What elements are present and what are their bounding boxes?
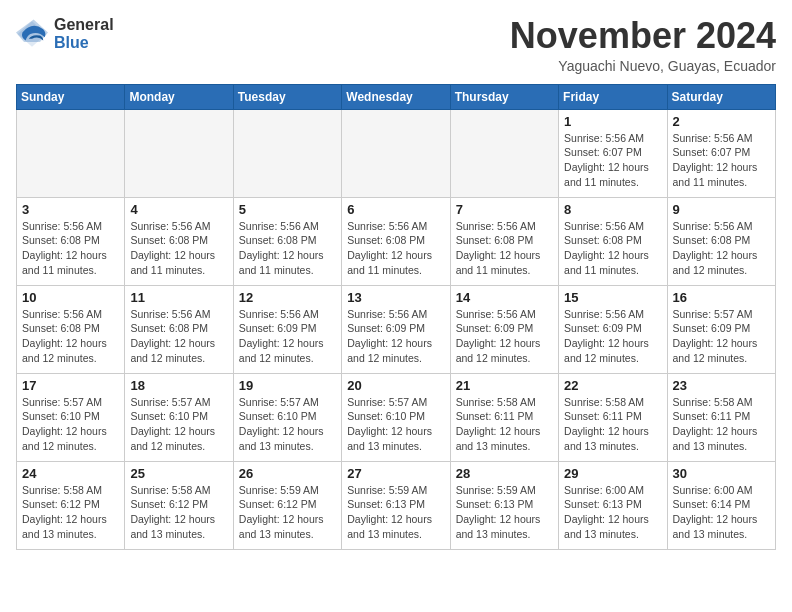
day-info: Sunrise: 5:56 AM Sunset: 6:08 PM Dayligh… xyxy=(456,219,553,278)
day-cell-20: 20Sunrise: 5:57 AM Sunset: 6:10 PM Dayli… xyxy=(342,373,450,461)
day-number: 1 xyxy=(564,114,661,129)
day-cell-19: 19Sunrise: 5:57 AM Sunset: 6:10 PM Dayli… xyxy=(233,373,341,461)
day-info: Sunrise: 5:56 AM Sunset: 6:09 PM Dayligh… xyxy=(239,307,336,366)
day-cell-10: 10Sunrise: 5:56 AM Sunset: 6:08 PM Dayli… xyxy=(17,285,125,373)
week-row-1: 1Sunrise: 5:56 AM Sunset: 6:07 PM Daylig… xyxy=(17,109,776,197)
day-number: 23 xyxy=(673,378,770,393)
day-cell-15: 15Sunrise: 5:56 AM Sunset: 6:09 PM Dayli… xyxy=(559,285,667,373)
logo: General Blue xyxy=(16,16,114,51)
week-row-3: 10Sunrise: 5:56 AM Sunset: 6:08 PM Dayli… xyxy=(17,285,776,373)
logo-icon xyxy=(16,18,48,50)
title-block: November 2024 Yaguachi Nuevo, Guayas, Ec… xyxy=(510,16,776,74)
day-info: Sunrise: 5:56 AM Sunset: 6:08 PM Dayligh… xyxy=(22,307,119,366)
day-info: Sunrise: 5:56 AM Sunset: 6:08 PM Dayligh… xyxy=(22,219,119,278)
day-headers: SundayMondayTuesdayWednesdayThursdayFrid… xyxy=(17,84,776,109)
day-info: Sunrise: 5:58 AM Sunset: 6:11 PM Dayligh… xyxy=(564,395,661,454)
day-number: 19 xyxy=(239,378,336,393)
day-info: Sunrise: 5:58 AM Sunset: 6:11 PM Dayligh… xyxy=(456,395,553,454)
day-info: Sunrise: 5:56 AM Sunset: 6:08 PM Dayligh… xyxy=(239,219,336,278)
day-number: 8 xyxy=(564,202,661,217)
week-row-2: 3Sunrise: 5:56 AM Sunset: 6:08 PM Daylig… xyxy=(17,197,776,285)
day-cell-21: 21Sunrise: 5:58 AM Sunset: 6:11 PM Dayli… xyxy=(450,373,558,461)
day-number: 28 xyxy=(456,466,553,481)
day-cell-25: 25Sunrise: 5:58 AM Sunset: 6:12 PM Dayli… xyxy=(125,461,233,549)
day-header-friday: Friday xyxy=(559,84,667,109)
day-cell-17: 17Sunrise: 5:57 AM Sunset: 6:10 PM Dayli… xyxy=(17,373,125,461)
page-header: General Blue November 2024 Yaguachi Nuev… xyxy=(16,16,776,74)
day-cell-18: 18Sunrise: 5:57 AM Sunset: 6:10 PM Dayli… xyxy=(125,373,233,461)
day-header-monday: Monday xyxy=(125,84,233,109)
day-info: Sunrise: 5:59 AM Sunset: 6:12 PM Dayligh… xyxy=(239,483,336,542)
day-cell-12: 12Sunrise: 5:56 AM Sunset: 6:09 PM Dayli… xyxy=(233,285,341,373)
day-cell-1: 1Sunrise: 5:56 AM Sunset: 6:07 PM Daylig… xyxy=(559,109,667,197)
day-cell-29: 29Sunrise: 6:00 AM Sunset: 6:13 PM Dayli… xyxy=(559,461,667,549)
day-cell-11: 11Sunrise: 5:56 AM Sunset: 6:08 PM Dayli… xyxy=(125,285,233,373)
day-number: 25 xyxy=(130,466,227,481)
day-cell-14: 14Sunrise: 5:56 AM Sunset: 6:09 PM Dayli… xyxy=(450,285,558,373)
day-cell-30: 30Sunrise: 6:00 AM Sunset: 6:14 PM Dayli… xyxy=(667,461,775,549)
day-info: Sunrise: 5:59 AM Sunset: 6:13 PM Dayligh… xyxy=(456,483,553,542)
day-number: 24 xyxy=(22,466,119,481)
day-number: 26 xyxy=(239,466,336,481)
day-number: 29 xyxy=(564,466,661,481)
day-header-thursday: Thursday xyxy=(450,84,558,109)
day-info: Sunrise: 5:56 AM Sunset: 6:08 PM Dayligh… xyxy=(564,219,661,278)
day-header-wednesday: Wednesday xyxy=(342,84,450,109)
day-info: Sunrise: 6:00 AM Sunset: 6:14 PM Dayligh… xyxy=(673,483,770,542)
day-info: Sunrise: 5:58 AM Sunset: 6:11 PM Dayligh… xyxy=(673,395,770,454)
day-number: 30 xyxy=(673,466,770,481)
week-row-5: 24Sunrise: 5:58 AM Sunset: 6:12 PM Dayli… xyxy=(17,461,776,549)
empty-cell xyxy=(125,109,233,197)
day-cell-26: 26Sunrise: 5:59 AM Sunset: 6:12 PM Dayli… xyxy=(233,461,341,549)
day-number: 17 xyxy=(22,378,119,393)
day-number: 4 xyxy=(130,202,227,217)
day-info: Sunrise: 5:56 AM Sunset: 6:08 PM Dayligh… xyxy=(130,307,227,366)
location: Yaguachi Nuevo, Guayas, Ecuador xyxy=(510,58,776,74)
empty-cell xyxy=(342,109,450,197)
day-cell-7: 7Sunrise: 5:56 AM Sunset: 6:08 PM Daylig… xyxy=(450,197,558,285)
day-cell-8: 8Sunrise: 5:56 AM Sunset: 6:08 PM Daylig… xyxy=(559,197,667,285)
day-cell-2: 2Sunrise: 5:56 AM Sunset: 6:07 PM Daylig… xyxy=(667,109,775,197)
day-number: 3 xyxy=(22,202,119,217)
day-cell-16: 16Sunrise: 5:57 AM Sunset: 6:09 PM Dayli… xyxy=(667,285,775,373)
day-cell-13: 13Sunrise: 5:56 AM Sunset: 6:09 PM Dayli… xyxy=(342,285,450,373)
day-number: 9 xyxy=(673,202,770,217)
day-info: Sunrise: 5:57 AM Sunset: 6:09 PM Dayligh… xyxy=(673,307,770,366)
day-info: Sunrise: 5:58 AM Sunset: 6:12 PM Dayligh… xyxy=(22,483,119,542)
day-number: 7 xyxy=(456,202,553,217)
day-cell-27: 27Sunrise: 5:59 AM Sunset: 6:13 PM Dayli… xyxy=(342,461,450,549)
day-number: 22 xyxy=(564,378,661,393)
day-cell-3: 3Sunrise: 5:56 AM Sunset: 6:08 PM Daylig… xyxy=(17,197,125,285)
day-number: 18 xyxy=(130,378,227,393)
day-number: 27 xyxy=(347,466,444,481)
day-cell-5: 5Sunrise: 5:56 AM Sunset: 6:08 PM Daylig… xyxy=(233,197,341,285)
empty-cell xyxy=(17,109,125,197)
day-info: Sunrise: 6:00 AM Sunset: 6:13 PM Dayligh… xyxy=(564,483,661,542)
day-info: Sunrise: 5:57 AM Sunset: 6:10 PM Dayligh… xyxy=(22,395,119,454)
day-number: 15 xyxy=(564,290,661,305)
day-info: Sunrise: 5:57 AM Sunset: 6:10 PM Dayligh… xyxy=(239,395,336,454)
day-info: Sunrise: 5:57 AM Sunset: 6:10 PM Dayligh… xyxy=(347,395,444,454)
empty-cell xyxy=(233,109,341,197)
day-cell-23: 23Sunrise: 5:58 AM Sunset: 6:11 PM Dayli… xyxy=(667,373,775,461)
day-info: Sunrise: 5:58 AM Sunset: 6:12 PM Dayligh… xyxy=(130,483,227,542)
day-number: 6 xyxy=(347,202,444,217)
logo-general: General xyxy=(54,16,114,34)
day-number: 20 xyxy=(347,378,444,393)
day-info: Sunrise: 5:56 AM Sunset: 6:07 PM Dayligh… xyxy=(673,131,770,190)
day-info: Sunrise: 5:57 AM Sunset: 6:10 PM Dayligh… xyxy=(130,395,227,454)
day-number: 14 xyxy=(456,290,553,305)
day-info: Sunrise: 5:56 AM Sunset: 6:09 PM Dayligh… xyxy=(347,307,444,366)
day-number: 2 xyxy=(673,114,770,129)
logo-blue: Blue xyxy=(54,34,114,52)
day-number: 5 xyxy=(239,202,336,217)
empty-cell xyxy=(450,109,558,197)
day-header-sunday: Sunday xyxy=(17,84,125,109)
day-number: 11 xyxy=(130,290,227,305)
day-info: Sunrise: 5:56 AM Sunset: 6:08 PM Dayligh… xyxy=(347,219,444,278)
day-info: Sunrise: 5:56 AM Sunset: 6:08 PM Dayligh… xyxy=(673,219,770,278)
day-cell-6: 6Sunrise: 5:56 AM Sunset: 6:08 PM Daylig… xyxy=(342,197,450,285)
week-row-4: 17Sunrise: 5:57 AM Sunset: 6:10 PM Dayli… xyxy=(17,373,776,461)
day-info: Sunrise: 5:56 AM Sunset: 6:09 PM Dayligh… xyxy=(456,307,553,366)
day-info: Sunrise: 5:56 AM Sunset: 6:09 PM Dayligh… xyxy=(564,307,661,366)
